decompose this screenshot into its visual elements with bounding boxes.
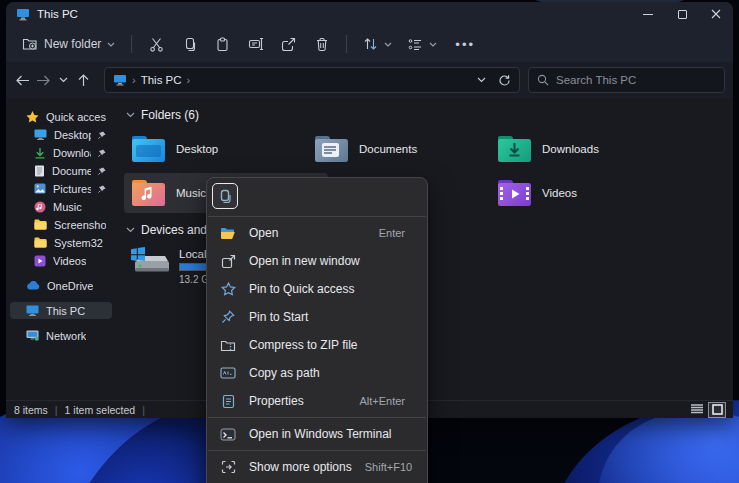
search-box[interactable]: [528, 67, 725, 93]
folder-tile-downloads[interactable]: Downloads: [490, 129, 666, 169]
desktop-folder-icon: [132, 136, 165, 162]
cut-icon: [149, 37, 164, 52]
folder-tile-videos[interactable]: Videos: [490, 173, 666, 213]
item-count: 8 items: [14, 404, 48, 416]
downloads-folder-icon: [498, 136, 531, 162]
menu-item-pin-to-start[interactable]: Pin to Start: [207, 303, 427, 331]
menu-item-copy-as-path[interactable]: Copy as path: [207, 359, 427, 387]
videos-folder-icon: [498, 180, 531, 206]
arrow-right-icon: [36, 75, 50, 86]
pin-icon: [98, 167, 106, 175]
context-menu: Open Enter Open in new window Pin to Qui…: [206, 177, 428, 483]
refresh-icon[interactable]: [498, 74, 511, 87]
details-view-icon: [691, 404, 703, 415]
pin-quick-access-icon: [220, 282, 236, 296]
sidebar-item-network[interactable]: Network: [10, 327, 112, 344]
view-button[interactable]: [400, 33, 445, 56]
thumbnails-view-icon: [712, 404, 723, 415]
sidebar-item-screenshots[interactable]: Screenshots: [10, 216, 112, 233]
command-bar: New folder: [6, 26, 733, 62]
arrow-up-icon: [78, 74, 89, 87]
menu-item-show-more-options[interactable]: Show more options Shift+F10: [207, 453, 427, 481]
chevron-down-icon: [107, 42, 115, 47]
show-more-options-icon: [220, 460, 236, 474]
copy-path-icon: [220, 367, 236, 379]
pin-icon: [98, 131, 106, 139]
toolbar-divider: [346, 35, 347, 53]
back-button[interactable]: [14, 67, 32, 93]
close-icon: [711, 9, 721, 19]
navigation-pane: Quick access Desktop Downloads Documents: [6, 98, 116, 400]
delete-button[interactable]: [305, 30, 338, 58]
zip-folder-icon: [220, 339, 236, 352]
context-menu-quick-actions: [207, 183, 427, 214]
breadcrumb-this-pc[interactable]: This PC: [141, 74, 182, 86]
sidebar-item-documents[interactable]: Documents: [10, 162, 112, 179]
sidebar-item-music[interactable]: Music: [10, 198, 112, 215]
picture-icon: [34, 183, 46, 194]
document-icon: [34, 165, 45, 177]
copy-quick-button[interactable]: [212, 183, 238, 209]
sidebar-item-quick-access[interactable]: Quick access: [10, 108, 112, 125]
minimize-button[interactable]: [631, 2, 665, 26]
copy-button[interactable]: [173, 30, 206, 58]
music-folder-icon: [132, 180, 165, 206]
address-bar[interactable]: › This PC ›: [104, 67, 520, 93]
folder-icon: [34, 219, 47, 230]
copy-icon: [218, 189, 232, 204]
menu-item-open[interactable]: Open Enter: [207, 219, 427, 247]
titlebar[interactable]: This PC: [6, 2, 733, 26]
sidebar-item-downloads[interactable]: Downloads: [10, 144, 112, 161]
rename-icon: [248, 37, 264, 51]
sidebar-item-system32[interactable]: System32: [10, 234, 112, 251]
search-input[interactable]: [556, 74, 696, 86]
up-button[interactable]: [74, 67, 92, 93]
sidebar-item-this-pc[interactable]: This PC: [10, 302, 112, 319]
pin-start-icon: [220, 310, 236, 324]
menu-item-compress-to-zip[interactable]: Compress to ZIP file: [207, 331, 427, 359]
chevron-down-icon: [59, 77, 68, 83]
open-folder-icon: [220, 227, 236, 240]
sort-icon: [363, 37, 378, 51]
share-button[interactable]: [272, 30, 305, 58]
close-button[interactable]: [699, 2, 733, 26]
details-view-button[interactable]: [689, 403, 705, 417]
pin-icon: [98, 185, 106, 193]
new-folder-label: New folder: [44, 37, 101, 51]
folder-tile-desktop[interactable]: Desktop: [124, 129, 300, 169]
forward-button[interactable]: [34, 67, 52, 93]
sort-button[interactable]: [355, 32, 400, 56]
cut-button[interactable]: [140, 30, 173, 58]
new-folder-icon: [22, 37, 38, 51]
menu-item-open-in-new-window[interactable]: Open in new window: [207, 247, 427, 275]
rename-button[interactable]: [239, 30, 272, 58]
menu-divider: [208, 417, 426, 418]
folder-icon: [34, 237, 47, 248]
search-icon: [537, 74, 549, 86]
recent-locations-button[interactable]: [54, 67, 72, 93]
selected-count: 1 item selected: [65, 404, 136, 416]
sidebar-item-desktop[interactable]: Desktop: [10, 126, 112, 143]
see-more-button[interactable]: •••: [445, 37, 485, 52]
view-icon: [408, 38, 423, 51]
folder-tile-documents[interactable]: Documents: [307, 129, 483, 169]
menu-item-pin-to-quick-access[interactable]: Pin to Quick access: [207, 275, 427, 303]
menu-item-properties[interactable]: Properties Alt+Enter: [207, 387, 427, 415]
minimize-icon: [643, 14, 653, 15]
menu-item-open-in-windows-terminal[interactable]: Open in Windows Terminal: [207, 420, 427, 448]
address-dropdown-icon[interactable]: [477, 77, 486, 83]
new-window-icon: [220, 254, 236, 269]
address-row: › This PC ›: [6, 62, 733, 98]
sidebar-item-onedrive[interactable]: OneDrive: [10, 277, 112, 294]
sidebar-item-pictures[interactable]: Pictures: [10, 180, 112, 197]
maximize-button[interactable]: [665, 2, 699, 26]
thumbnails-view-button[interactable]: [709, 403, 725, 417]
sidebar-item-videos[interactable]: Videos: [10, 252, 112, 269]
delete-icon: [315, 37, 329, 52]
folders-section-header[interactable]: Folders (6): [126, 108, 733, 122]
paste-button[interactable]: [206, 30, 239, 58]
new-folder-button[interactable]: New folder: [14, 32, 123, 56]
menu-divider: [208, 450, 426, 451]
breadcrumb-separator: ›: [187, 74, 191, 86]
menu-divider: [208, 216, 426, 217]
